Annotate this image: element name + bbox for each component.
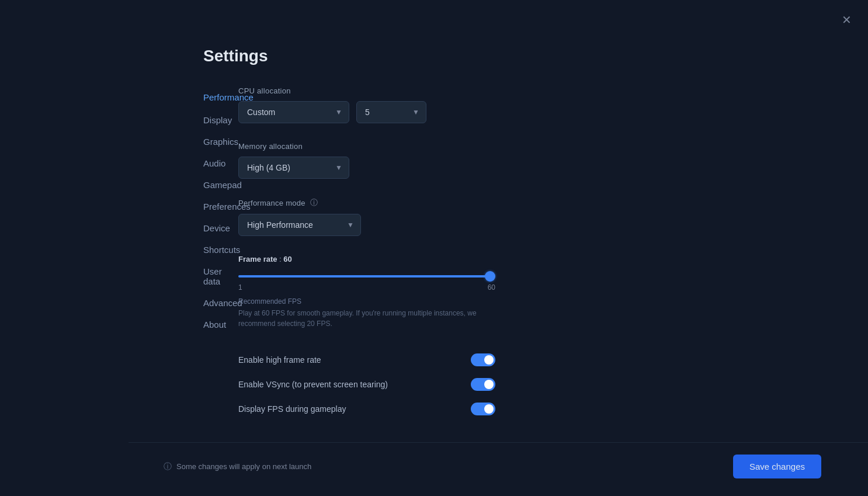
display-fps-label: Display FPS during gameplay bbox=[238, 404, 346, 414]
help-icon[interactable]: ⓘ bbox=[310, 197, 318, 208]
recommended-fps-desc: Play at 60 FPS for smooth gameplay. If y… bbox=[238, 308, 495, 329]
recommended-fps-title: Recommended FPS bbox=[238, 297, 495, 306]
performance-mode-label: Performance mode bbox=[238, 199, 305, 207]
performance-mode-wrapper: High Performance Balanced Power Saver ▼ bbox=[238, 214, 361, 236]
frame-rate-min: 1 bbox=[238, 283, 242, 292]
enable-high-frame-label: Enable high frame rate bbox=[238, 355, 321, 365]
sidebar: Performance Display Graphics Audio Gamep… bbox=[0, 86, 203, 442]
display-fps-row: Display FPS during gameplay bbox=[238, 397, 495, 421]
memory-allocation-select[interactable]: High (4 GB) Medium (2 GB) Low (1 GB) bbox=[238, 157, 349, 179]
memory-allocation-wrapper: High (4 GB) Medium (2 GB) Low (1 GB) ▼ bbox=[238, 157, 349, 179]
info-icon: ⓘ bbox=[164, 462, 172, 472]
close-button[interactable]: ✕ bbox=[839, 12, 854, 28]
cpu-count-select[interactable]: 1 2 3 4 5 6 7 8 bbox=[356, 101, 426, 123]
notice-text: Some changes will apply on next launch bbox=[176, 462, 311, 471]
page-title: Settings bbox=[0, 47, 868, 65]
bottom-notice: ⓘ Some changes will apply on next launch bbox=[164, 462, 311, 472]
display-fps-toggle[interactable] bbox=[471, 403, 495, 415]
enable-vsync-label: Enable VSync (to prevent screen tearing) bbox=[238, 380, 388, 389]
enable-high-frame-toggle[interactable] bbox=[471, 353, 495, 366]
frame-rate-slider[interactable] bbox=[238, 275, 495, 278]
cpu-allocation-label: CPU allocation bbox=[238, 86, 495, 95]
enable-high-frame-row: Enable high frame rate bbox=[238, 348, 495, 372]
cpu-allocation-wrapper: Custom Auto High Low ▼ bbox=[238, 101, 349, 123]
frame-rate-max: 60 bbox=[488, 283, 495, 292]
performance-mode-select[interactable]: High Performance Balanced Power Saver bbox=[238, 214, 361, 236]
bottom-bar: ⓘ Some changes will apply on next launch… bbox=[129, 442, 868, 496]
save-changes-button[interactable]: Save changes bbox=[733, 455, 821, 478]
main-content: CPU allocation Custom Auto High Low ▼ bbox=[203, 86, 542, 442]
memory-allocation-label: Memory allocation bbox=[238, 142, 495, 151]
frame-rate-label: Frame rate : 60 bbox=[238, 255, 495, 263]
cpu-allocation-select[interactable]: Custom Auto High Low bbox=[238, 101, 349, 123]
enable-vsync-row: Enable VSync (to prevent screen tearing) bbox=[238, 372, 495, 397]
frame-rate-slider-container bbox=[238, 269, 495, 280]
enable-vsync-toggle[interactable] bbox=[471, 378, 495, 391]
cpu-count-wrapper: 1 2 3 4 5 6 7 8 ▼ bbox=[356, 101, 426, 123]
frame-rate-value: 60 bbox=[283, 255, 291, 263]
